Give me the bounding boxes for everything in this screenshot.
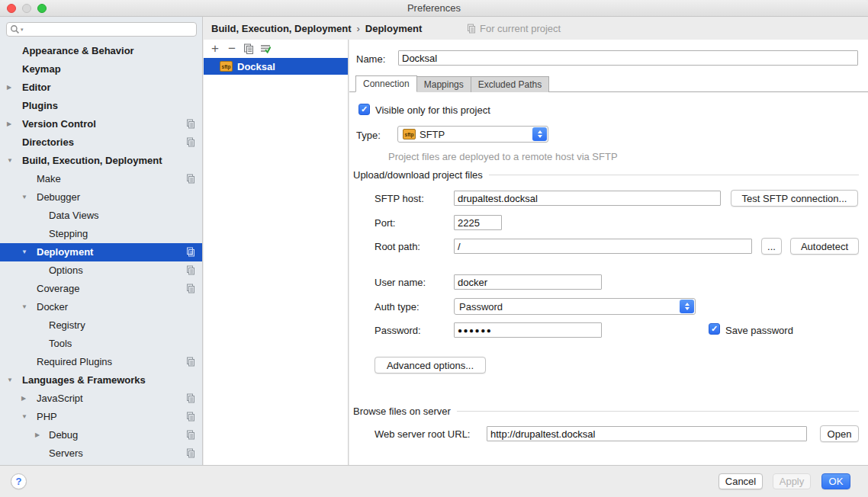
- server-list-item-docksal[interactable]: sftp Docksal: [204, 58, 348, 75]
- web-root-input[interactable]: [487, 426, 807, 441]
- tab-connection[interactable]: Connection: [355, 75, 417, 92]
- save-password-label: Save password: [725, 325, 793, 336]
- project-scope-icon: [186, 448, 195, 460]
- sidebar-item-appearance-behavior[interactable]: Appearance & Behavior: [0, 42, 202, 60]
- sidebar-item-make[interactable]: Make: [0, 170, 202, 188]
- remove-server-button[interactable]: −: [223, 40, 240, 57]
- name-input[interactable]: [398, 50, 858, 66]
- add-server-button[interactable]: +: [207, 40, 223, 57]
- help-button[interactable]: ?: [11, 473, 27, 489]
- sidebar-item-label: Plugins: [22, 97, 58, 115]
- project-scope-icon: [186, 284, 195, 296]
- type-select[interactable]: sftp SFTP: [397, 126, 548, 143]
- browse-root-path-button[interactable]: ...: [761, 238, 782, 255]
- sidebar-item-label: Version Control: [22, 115, 96, 133]
- sidebar-item-registry[interactable]: Registry: [0, 316, 202, 335]
- sidebar-item-data-views[interactable]: Data Views: [0, 207, 202, 225]
- sidebar-item-servers[interactable]: Servers: [0, 444, 202, 463]
- sidebar-item-label: Keymap: [22, 60, 61, 79]
- chevron-down-icon[interactable]: ▼: [21, 243, 27, 261]
- scope-label: For current project: [480, 23, 561, 34]
- project-scope-icon: [186, 119, 195, 131]
- advanced-options-button[interactable]: Advanced options...: [375, 357, 486, 374]
- sidebar-item-editor[interactable]: ▶Editor: [0, 79, 202, 97]
- type-help-text: Project files are deployed to a remote h…: [388, 151, 618, 162]
- upload-section-header: Upload/download project files: [353, 169, 859, 181]
- sidebar-item-debugger[interactable]: ▼Debugger: [0, 188, 202, 207]
- apply-button[interactable]: Apply: [773, 473, 811, 489]
- section-divider: [489, 175, 859, 175]
- chevron-right-icon[interactable]: ▶: [35, 426, 40, 444]
- sidebar-item-required-plugins[interactable]: Required Plugins: [0, 353, 202, 371]
- chevron-down-icon[interactable]: ▼: [7, 371, 13, 390]
- search-history-caret-icon: ▾: [21, 27, 24, 33]
- sidebar-item-label: Appearance & Behavior: [22, 42, 134, 60]
- chevron-right-icon[interactable]: ▶: [7, 79, 11, 97]
- chevron-down-icon[interactable]: ▼: [21, 298, 27, 316]
- sidebar-item-version-control[interactable]: ▶Version Control: [0, 115, 202, 133]
- test-sftp-connection-button[interactable]: Test SFTP connection...: [731, 190, 858, 207]
- chevron-right-icon[interactable]: ▶: [21, 390, 26, 408]
- project-scope-icon: [186, 247, 195, 259]
- user-name-input[interactable]: [454, 274, 602, 290]
- cancel-button[interactable]: Cancel: [719, 473, 763, 489]
- ok-button[interactable]: OK: [821, 473, 850, 489]
- select-stepper-icon: [680, 300, 694, 313]
- sidebar-item-php[interactable]: ▼PHP: [0, 408, 202, 426]
- project-scope-icon: [186, 174, 195, 186]
- root-path-input[interactable]: [454, 239, 752, 254]
- sidebar-item-label: Servers: [49, 444, 83, 463]
- open-url-button[interactable]: Open: [820, 425, 859, 442]
- sidebar-item-debug[interactable]: ▶Debug: [0, 426, 202, 444]
- sidebar-item-label: JavaScript: [37, 390, 83, 408]
- sidebar-item-coverage[interactable]: Coverage: [0, 280, 202, 298]
- project-scope-icon: [186, 393, 195, 406]
- password-input[interactable]: [454, 322, 602, 338]
- browse-section-title: Browse files on server: [353, 406, 451, 417]
- sidebar-item-stepping[interactable]: Stepping: [0, 225, 202, 243]
- sftp-host-input[interactable]: [454, 191, 721, 206]
- breadcrumb: Build, Execution, Deployment › Deploymen…: [211, 17, 422, 40]
- sidebar-item-label: Registry: [49, 316, 85, 335]
- tab-excluded-paths[interactable]: Excluded Paths: [471, 76, 549, 92]
- project-scope-icon: [186, 412, 195, 424]
- sidebar-item-tools[interactable]: Tools: [0, 335, 202, 353]
- breadcrumb-item-current[interactable]: Deployment: [365, 23, 422, 34]
- chevron-down-icon[interactable]: ▼: [7, 152, 13, 170]
- sidebar-item-keymap[interactable]: Keymap: [0, 60, 202, 79]
- sidebar-item-label: Data Views: [49, 207, 99, 225]
- sidebar-item-plugins[interactable]: Plugins: [0, 97, 202, 115]
- visible-project-checkbox[interactable]: ✓: [358, 104, 370, 115]
- browse-section-header: Browse files on server: [353, 406, 859, 417]
- autodetect-button[interactable]: Autodetect: [790, 238, 859, 255]
- sidebar-item-languages-frameworks[interactable]: ▼Languages & Frameworks: [0, 371, 202, 390]
- sidebar-item-build-execution-deployment[interactable]: ▼Build, Execution, Deployment: [0, 152, 202, 170]
- search-icon: [10, 24, 20, 34]
- sidebar-item-label: Build, Execution, Deployment: [22, 152, 162, 170]
- copy-server-button[interactable]: [240, 40, 257, 57]
- chevron-down-icon[interactable]: ▼: [21, 188, 27, 207]
- search-input[interactable]: [25, 24, 196, 35]
- scope-indicator[interactable]: For current project: [467, 17, 561, 40]
- port-label: Port:: [375, 217, 395, 229]
- sftp-host-label: SFTP host:: [375, 193, 424, 204]
- chevron-down-icon[interactable]: ▼: [21, 408, 27, 426]
- chevron-right-icon[interactable]: ▶: [7, 115, 11, 133]
- sidebar-item-directories[interactable]: Directories: [0, 133, 202, 152]
- name-label: Name:: [356, 53, 385, 65]
- save-password-checkbox[interactable]: ✓: [709, 323, 720, 335]
- sidebar-item-options[interactable]: Options: [0, 261, 202, 280]
- sidebar-item-javascript[interactable]: ▶JavaScript: [0, 390, 202, 408]
- breadcrumb-item-parent[interactable]: Build, Execution, Deployment: [211, 23, 351, 34]
- use-as-default-button[interactable]: [257, 40, 274, 57]
- sidebar-item-docker[interactable]: ▼Docker: [0, 298, 202, 316]
- port-input[interactable]: [454, 215, 502, 230]
- section-divider: [457, 411, 859, 412]
- auth-type-select[interactable]: Password: [454, 298, 696, 315]
- sidebar-item-deployment[interactable]: ▼Deployment: [0, 243, 202, 261]
- server-name: Docksal: [237, 61, 275, 72]
- web-root-label: Web server root URL:: [375, 428, 470, 440]
- settings-tree: Appearance & BehaviorKeymap▶EditorPlugin…: [0, 42, 202, 463]
- tab-mappings[interactable]: Mappings: [416, 76, 471, 92]
- settings-search[interactable]: ▾: [6, 22, 197, 37]
